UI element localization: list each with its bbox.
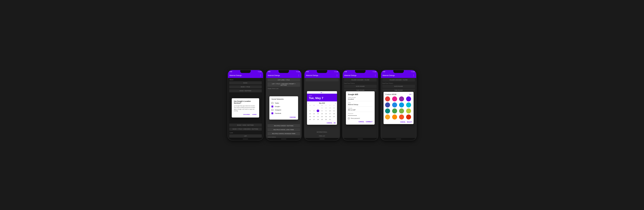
show-pw-checkbox[interactable] xyxy=(348,118,350,119)
cal-day-21[interactable]: 21 xyxy=(317,115,319,118)
color-swatch-7[interactable] xyxy=(406,102,411,108)
cal-day-11[interactable]: 11 xyxy=(333,110,335,112)
app-bar-4: Material Dialogs ⋮ xyxy=(343,73,378,78)
cal-day-2[interactable]: 2 xyxy=(325,107,327,109)
cal-day-8[interactable]: 8 xyxy=(321,110,323,112)
color-swatch-5[interactable] xyxy=(392,102,397,108)
facebook-checkbox[interactable] xyxy=(272,113,273,114)
agree-btn[interactable]: AGREE xyxy=(252,114,257,116)
more-icon-3[interactable]: ⋮ xyxy=(336,74,338,77)
choose-btn[interactable]: CHOOSE xyxy=(289,116,296,119)
social-networks-dialog: Social Networks Twitter Google+ Instagra… xyxy=(269,96,298,120)
cal-day-12[interactable]: 12 xyxy=(309,113,311,115)
facebook-item[interactable]: Facebook xyxy=(269,112,298,115)
wifi-pw-label: Password xyxy=(348,113,372,114)
googleplus-checkbox[interactable] xyxy=(272,106,273,108)
more-icon-4[interactable]: ⋮ xyxy=(374,74,376,77)
phones-container: 6:33 ⊙ ▲ ▮ Material Dialogs ⋮ Basic BASI… xyxy=(228,70,416,140)
cal-day-25[interactable]: 25 xyxy=(333,115,335,118)
wday-w: W xyxy=(320,104,324,106)
more-icon-2[interactable]: ⋮ xyxy=(298,74,300,77)
color-swatch-8[interactable] xyxy=(385,109,390,114)
color-swatch-9[interactable] xyxy=(392,109,397,114)
time-1: 6:33 xyxy=(230,71,232,72)
cal-year: 2019 xyxy=(309,95,335,96)
dialog-overlay-4: Google Wifi Signal strength Excellent SS… xyxy=(343,78,378,138)
cal-day-16[interactable]: 16 xyxy=(325,113,327,115)
wifi-connect-btn[interactable]: CONNECT xyxy=(366,121,372,123)
more-icon-1[interactable]: ⋮ xyxy=(260,74,262,77)
cal-day-7[interactable]: 7 xyxy=(317,110,319,112)
color-cancel-btn[interactable]: CANCEL xyxy=(400,121,406,123)
cal-day-29[interactable]: 29 xyxy=(321,118,323,121)
cal-cancel-btn[interactable]: CANCEL xyxy=(327,122,332,124)
disagree-btn[interactable]: DISAGREE xyxy=(243,114,250,116)
googleplus-item[interactable]: Google+ xyxy=(269,105,298,108)
cal-day-23[interactable]: 23 xyxy=(325,115,327,118)
cal-date-header: 2019 Tue, May 7 xyxy=(307,94,337,101)
instagram-item[interactable]: Instagram xyxy=(269,108,298,112)
wday-f: F xyxy=(328,104,332,106)
facebook-label: Facebook xyxy=(275,113,281,114)
instagram-checkbox[interactable] xyxy=(272,109,273,111)
color-swatch-13[interactable] xyxy=(392,115,397,120)
cal-day-15[interactable]: 15 xyxy=(321,113,323,115)
cal-month-label: May 2019 xyxy=(319,102,325,104)
cal-day-20[interactable]: 20 xyxy=(313,115,315,118)
cal-day-1[interactable]: 1 xyxy=(321,107,323,109)
cal-day-31[interactable]: 31 xyxy=(329,118,331,121)
dialog-footer-2: CHOOSE xyxy=(269,115,298,120)
color-swatch-4[interactable] xyxy=(385,102,390,108)
cal-day-26[interactable]: 26 xyxy=(309,118,311,121)
app-bar-5: Material Dialogs ⋮ xyxy=(381,73,416,78)
cal-day-18[interactable]: 18 xyxy=(333,113,335,115)
cal-prev-btn[interactable]: ‹ xyxy=(308,102,309,104)
cal-ok-btn[interactable]: OK xyxy=(334,122,336,124)
cal-day-24[interactable]: 24 xyxy=(329,115,331,118)
cal-day-22[interactable]: 22 xyxy=(321,115,323,118)
app-bar-title-1: Material Dialogs xyxy=(230,74,242,76)
color-swatch-0[interactable] xyxy=(385,96,390,101)
color-swatch-14[interactable] xyxy=(399,115,404,120)
wifi-show-pw[interactable]: Show password xyxy=(348,118,372,119)
color-swatch-15[interactable] xyxy=(406,115,411,120)
color-dot-1 xyxy=(410,94,410,95)
app-bar-3: Material Dialogs ⋮ xyxy=(304,73,340,78)
cal-day-27[interactable]: 27 xyxy=(313,118,315,121)
color-swatch-2[interactable] xyxy=(399,96,404,101)
cal-day-28[interactable]: 28 xyxy=(317,118,319,121)
app-bar-1: Material Dialogs ⋮ xyxy=(228,73,263,78)
cal-day-13[interactable]: 13 xyxy=(313,113,315,115)
color-swatch-12[interactable] xyxy=(385,115,390,120)
cal-day-4[interactable]: 4 xyxy=(333,107,335,109)
color-select-btn[interactable]: SELECT xyxy=(407,121,412,123)
color-swatch-1[interactable] xyxy=(392,96,397,101)
phone-5: 6:34 ⊙ ▲ ▮ Material Dialogs ⋮ FOLDER CHO… xyxy=(381,70,416,140)
wifi-signal-field: Signal strength Excellent xyxy=(348,97,372,100)
more-icon-5[interactable]: ⋮ xyxy=(412,74,414,77)
color-swatch-6[interactable] xyxy=(399,102,404,108)
instagram-label: Instagram xyxy=(275,109,281,111)
cal-day-5[interactable]: 5 xyxy=(309,110,311,112)
cal-day-3[interactable]: 3 xyxy=(329,107,331,109)
color-swatch-11[interactable] xyxy=(406,109,411,114)
twitter-label: Twitter xyxy=(275,102,279,104)
cal-next-btn[interactable]: › xyxy=(335,102,336,104)
wifi-cancel-btn[interactable]: CANCEL xyxy=(358,121,364,123)
twitter-checkbox[interactable] xyxy=(272,102,273,104)
cal-day-9[interactable]: 9 xyxy=(325,110,327,112)
color-swatch-3[interactable] xyxy=(406,96,411,101)
cal-day-14[interactable]: 14 xyxy=(317,113,319,115)
dialog-actions-1: DISAGREE AGREE xyxy=(234,114,257,116)
twitter-item[interactable]: Twitter xyxy=(269,101,298,105)
color-swatch-10[interactable] xyxy=(399,109,404,114)
status-bar-3: 6:33 ⊙ ▲ ▮ xyxy=(304,70,340,73)
cal-day-19[interactable]: 19 xyxy=(309,115,311,118)
cal-day-10[interactable]: 10 xyxy=(329,110,331,112)
cal-day-6[interactable]: 6 xyxy=(313,110,315,112)
wifi-icon-5: ▲ xyxy=(412,71,414,72)
cal-day-17[interactable]: 17 xyxy=(329,113,331,115)
dialog-overlay-1: Use Google's Location Services? Let Goog… xyxy=(228,78,263,138)
color-grid xyxy=(384,96,414,121)
cal-day-30[interactable]: 30 xyxy=(325,118,327,121)
